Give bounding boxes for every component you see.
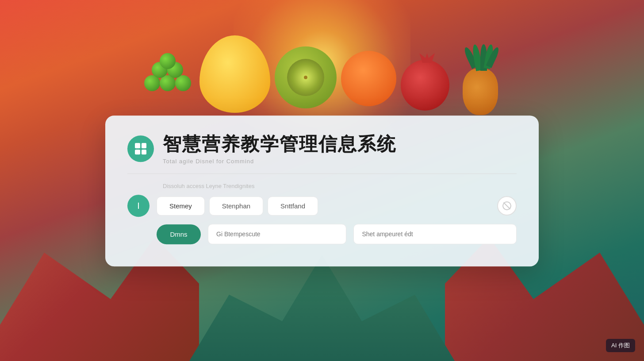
header-text: 智慧营养教学管理信息系统 Total agile Disnel for Comm… [163, 133, 517, 165]
header-divider [127, 174, 517, 174]
form-icon: I [127, 195, 150, 217]
grid-cell-1 [135, 143, 140, 148]
username-input[interactable] [208, 224, 346, 245]
tab-snttfand[interactable]: Snttfand [268, 196, 318, 215]
grid-cell-3 [135, 150, 140, 155]
svg-line-1 [504, 203, 510, 209]
slash-icon [502, 201, 512, 211]
ai-badge: AI 作图 [606, 339, 635, 352]
tabs-row: Stemey Stenphan Snttfand [157, 196, 318, 215]
orange-fruit [341, 51, 396, 106]
logo-icon [127, 135, 154, 162]
password-input[interactable] [353, 224, 517, 245]
tabs-label: Dissoluh access Leyne Trendignites [127, 183, 517, 190]
pomegranate-fruit [401, 53, 454, 111]
pineapple-fruit [458, 44, 502, 115]
grid-cell-2 [142, 143, 147, 148]
form-icon-label: I [137, 201, 140, 211]
subtitle: Total agile Disnel for Commind [163, 158, 517, 165]
login-button[interactable]: Dmns [157, 224, 201, 244]
tab-stemey[interactable]: Stemey [157, 196, 205, 215]
grid-cell-4 [142, 150, 147, 155]
main-title: 智慧营养教学管理信息系统 [163, 133, 517, 155]
logo-grid [135, 143, 146, 154]
disabled-icon [497, 196, 517, 216]
main-card: 智慧营养教学管理信息系统 Total agile Disnel for Comm… [105, 115, 539, 266]
fruits-decoration [0, 0, 644, 124]
input-row: Dmns [127, 224, 517, 245]
tab-stenphan[interactable]: Stenphan [209, 196, 263, 215]
grape-fruit [142, 53, 195, 111]
mango-fruit [199, 35, 270, 113]
form-section: I Stemey Stenphan Snttfand [127, 195, 517, 217]
kiwi-fruit [275, 46, 337, 108]
card-header: 智慧营养教学管理信息系统 Total agile Disnel for Comm… [127, 133, 517, 165]
